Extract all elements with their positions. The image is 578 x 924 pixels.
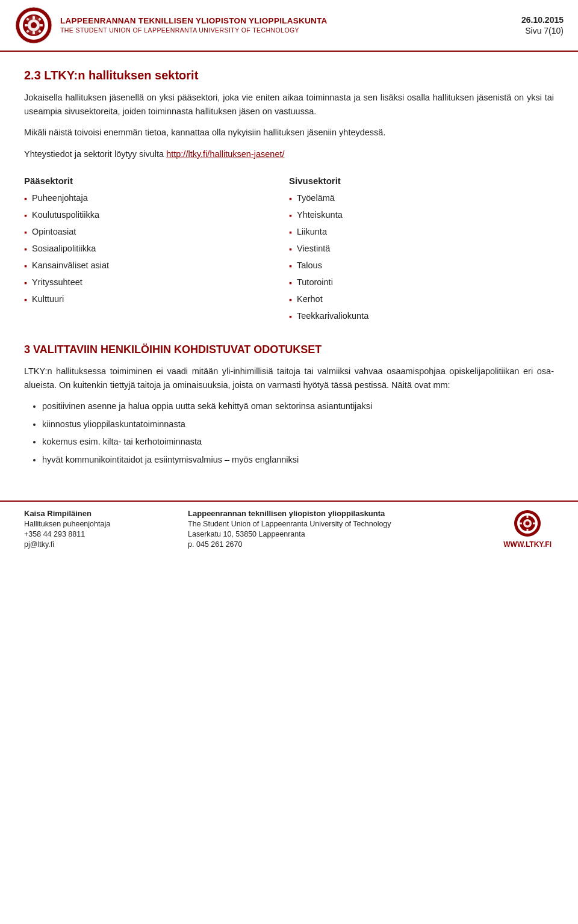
- section-2-3-para3: Yhteystiedot ja sektorit löytyy sivulta …: [24, 147, 554, 161]
- svg-rect-8: [40, 24, 43, 26]
- svg-rect-19: [527, 529, 529, 531]
- sivu-sektorit-list: Työelämä Yhteiskunta Liikunta Viestintä …: [289, 192, 554, 323]
- svg-rect-20: [520, 523, 522, 525]
- header-meta: 26.10.2015 Sivu 7(10): [521, 15, 564, 35]
- list-item: Liikunta: [289, 226, 554, 239]
- list-item: kiinnostus ylioppilaskuntatoiminnasta: [42, 417, 554, 431]
- page-footer: Kaisa Rimpiläinen Hallituksen puheenjoht…: [0, 500, 578, 557]
- footer-org-phone: p. 045 261 2670: [188, 540, 503, 549]
- section-3-heading: 3 VALITTAVIIN HENKILÖIHIN KOHDISTUVAT OD…: [24, 343, 554, 356]
- org-name-finnish: LAPPEENRANNAN TEKNILLISEN YLIOPISTON YLI…: [60, 16, 328, 26]
- footer-org-info: Lappeenrannan teknillisen yliopiston yli…: [182, 509, 503, 549]
- section-3-para2-text: On kuitenkin tiettyjä taitoja ja ominais…: [57, 380, 450, 390]
- footer-website: WWW.LTKY.FI: [503, 540, 552, 549]
- footer-contact-person: Kaisa Rimpiläinen Hallituksen puheenjoht…: [24, 509, 182, 549]
- list-item: Sosiaalipolitiikka: [24, 242, 289, 256]
- list-item: Puheenjohtaja: [24, 192, 289, 205]
- logo-block: LAPPEENRANNAN TEKNILLISEN YLIOPISTON YLI…: [14, 6, 521, 45]
- footer-person-title: Hallituksen puheenjohtaja: [24, 520, 182, 528]
- section-2-3-heading: 2.3 LTKY:n hallituksen sektorit: [24, 69, 554, 82]
- footer-logo-icon: [513, 509, 542, 538]
- section-2-3-para1: Jokaisella hallituksen jäsenellä on yksi…: [24, 91, 554, 119]
- list-item: Opintoasiat: [24, 226, 289, 239]
- svg-point-17: [526, 522, 530, 526]
- list-item: Tutorointi: [289, 276, 554, 289]
- list-item: Yrityssuhteet: [24, 276, 289, 289]
- list-item: Työelämä: [289, 192, 554, 205]
- logo-emblem-icon: [14, 6, 53, 45]
- footer-person-name: Kaisa Rimpiläinen: [24, 509, 182, 518]
- footer-org-english: The Student Union of Lappeenranta Univer…: [188, 520, 503, 528]
- section-3-bullets: positiivinen asenne ja halua oppia uutta…: [42, 399, 554, 466]
- svg-rect-21: [533, 523, 535, 525]
- list-item: Kerhot: [289, 293, 554, 306]
- list-item: positiivinen asenne ja halua oppia uutta…: [42, 399, 554, 413]
- section-3-para1: LTKY:n hallituksessa toimiminen ei vaadi…: [24, 365, 554, 392]
- footer-person-phone: +358 44 293 8811: [24, 530, 182, 538]
- page-header: LAPPEENRANNAN TEKNILLISEN YLIOPISTON YLI…: [0, 0, 578, 52]
- list-item: Kansainväliset asiat: [24, 259, 289, 273]
- document-date: 26.10.2015: [521, 15, 564, 25]
- svg-rect-7: [25, 24, 28, 26]
- org-name-english: THE STUDENT UNION OF LAPPEENRANTA UNIVER…: [60, 26, 328, 35]
- list-item: Viestintä: [289, 242, 554, 256]
- section-2-3-para2: Mikäli näistä toivoisi enemmän tietoa, k…: [24, 126, 554, 140]
- paa-sektorit-title: Pääsektorit: [24, 176, 289, 186]
- main-content: 2.3 LTKY:n hallituksen sektorit Jokaisel…: [0, 52, 578, 482]
- paa-sektorit-column: Pääsektorit Puheenjohtaja Koulutuspoliti…: [24, 176, 289, 327]
- footer-org-address: Laserkatu 10, 53850 Lappeenranta: [188, 530, 503, 538]
- list-item: Talous: [289, 259, 554, 273]
- page-number: Sivu 7(10): [525, 26, 564, 35]
- list-item: kokemus esim. kilta- tai kerhotoiminnast…: [42, 435, 554, 448]
- svg-point-4: [31, 22, 37, 28]
- header-org-text: LAPPEENRANNAN TEKNILLISEN YLIOPISTON YLI…: [60, 16, 328, 34]
- sivu-sektorit-column: Sivusektorit Työelämä Yhteiskunta Liikun…: [289, 176, 554, 327]
- footer-org-name: Lappeenrannan teknillisen yliopiston yli…: [188, 509, 503, 518]
- para3-text: Yhteystiedot ja sektorit löytyy sivulta: [24, 149, 166, 159]
- sivu-sektorit-title: Sivusektorit: [289, 176, 554, 186]
- list-item: hyvät kommunikointitaidot ja esiintymisv…: [42, 453, 554, 466]
- svg-rect-6: [33, 31, 35, 34]
- sectors-columns: Pääsektorit Puheenjohtaja Koulutuspoliti…: [24, 176, 554, 327]
- footer-person-email: pj@ltky.fi: [24, 540, 182, 549]
- list-item: Yhteiskunta: [289, 209, 554, 222]
- paa-sektorit-list: Puheenjohtaja Koulutuspolitiikka Opintoa…: [24, 192, 289, 306]
- svg-rect-18: [527, 516, 529, 518]
- list-item: Koulutuspolitiikka: [24, 209, 289, 222]
- svg-rect-5: [33, 16, 35, 19]
- hallituksen-jasenet-link[interactable]: http://ltky.fi/hallituksen-jasenet/: [166, 149, 284, 159]
- footer-web-logo: WWW.LTKY.FI: [503, 509, 554, 549]
- list-item: Kulttuuri: [24, 293, 289, 306]
- list-item: Teekkarivaliokunta: [289, 310, 554, 323]
